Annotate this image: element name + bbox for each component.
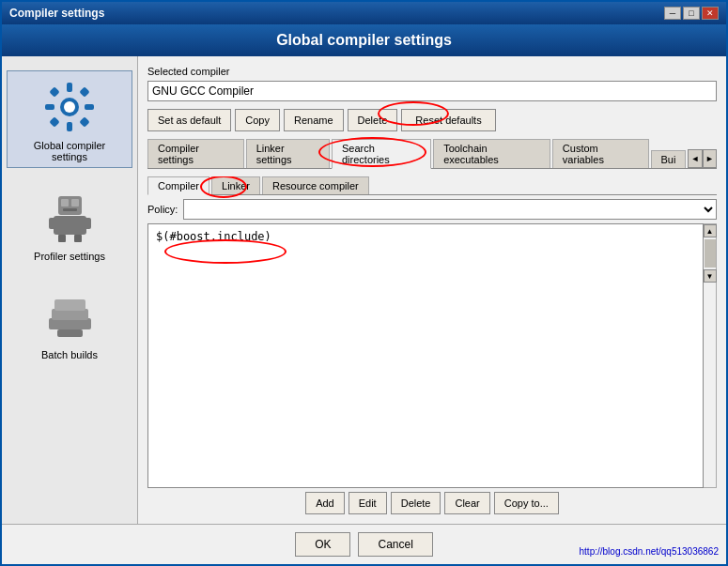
sidebar-label-batch-builds: Batch builds (41, 349, 98, 360)
compiler-dropdown[interactable]: GNU GCC Compiler (147, 81, 717, 101)
batch-icon (39, 285, 101, 346)
svg-rect-22 (57, 329, 83, 337)
tab-custom-variables[interactable]: Custom variables (552, 139, 649, 168)
policy-row: Policy: (147, 199, 717, 220)
main-header: Global compiler settings (2, 24, 726, 56)
scroll-up-button[interactable]: ▲ (704, 224, 717, 237)
paths-container: $(#boost.include) ▲ ▼ (147, 223, 717, 488)
sidebar-item-global-compiler[interactable]: Global compilersettings (7, 70, 132, 168)
reset-defaults-button[interactable]: Reset defaults (401, 109, 495, 131)
compiler-settings-window: Compiler settings ─ □ ✕ Global compiler … (0, 0, 728, 566)
inner-tab-resource-compiler[interactable]: Resource compiler (262, 176, 369, 194)
footer: OK Cancel http://blog.csdn.net/qq5130368… (2, 524, 726, 564)
tab-compiler-settings[interactable]: Compiler settings (147, 139, 244, 168)
tab-bui[interactable]: Bui (651, 150, 687, 168)
svg-rect-13 (63, 208, 77, 211)
svg-rect-12 (71, 199, 79, 207)
svg-rect-9 (79, 116, 89, 127)
paths-list[interactable]: $(#boost.include) (147, 223, 704, 488)
svg-point-1 (64, 101, 75, 113)
svg-rect-3 (67, 122, 72, 131)
title-bar: Compiler settings ─ □ ✕ (2, 2, 726, 24)
svg-rect-7 (79, 86, 89, 97)
scroll-down-button[interactable]: ▼ (704, 269, 717, 283)
set-as-default-button[interactable]: Set as default (147, 109, 231, 131)
edit-button[interactable]: Edit (349, 492, 387, 514)
clear-button[interactable]: Clear (444, 492, 489, 514)
delete-button[interactable]: Delete (348, 109, 398, 131)
scroll-thumb[interactable] (705, 239, 716, 268)
ok-button[interactable]: OK (295, 532, 350, 557)
sidebar-item-profiler[interactable]: Profiler settings (7, 182, 132, 267)
svg-rect-18 (74, 235, 82, 242)
tab-linker-settings[interactable]: Linker settings (246, 139, 330, 168)
svg-rect-6 (49, 86, 59, 97)
cancel-button[interactable]: Cancel (358, 532, 432, 557)
inner-tab-compiler[interactable]: Compiler (147, 176, 209, 195)
tab-search-directories[interactable]: Search directories (332, 139, 431, 169)
toolbar-buttons: Set as default Copy Rename Delete Reset … (147, 109, 717, 131)
minimize-button[interactable]: ─ (664, 7, 681, 20)
panel-content: Compiler Linker Resource compiler Po (147, 176, 717, 514)
title-controls: ─ □ ✕ (664, 7, 719, 20)
svg-rect-17 (58, 235, 66, 242)
svg-rect-21 (54, 299, 85, 311)
inner-tab-linker[interactable]: Linker (211, 176, 260, 194)
copy-to-button[interactable]: Copy to... (494, 492, 559, 514)
policy-label: Policy: (147, 204, 178, 215)
path-item: $(#boost.include) (152, 228, 699, 245)
compiler-select-label: Selected compiler (147, 66, 717, 77)
svg-rect-15 (49, 218, 56, 229)
copy-button[interactable]: Copy (235, 109, 280, 131)
tab-toolchain[interactable]: Toolchain executables (433, 139, 550, 168)
svg-rect-16 (84, 218, 91, 229)
svg-rect-11 (61, 199, 69, 207)
svg-rect-2 (67, 83, 72, 92)
gear-icon (39, 76, 101, 137)
compiler-select-area: Selected compiler GNU GCC Compiler (147, 66, 717, 101)
svg-rect-4 (45, 104, 54, 110)
profiler-icon (39, 187, 101, 248)
outer-tabs: Compiler settings Linker settings Search… (147, 139, 717, 169)
svg-rect-5 (85, 104, 94, 110)
tab-scroll-left[interactable]: ◄ (688, 149, 702, 168)
outer-tabs-container: Compiler settings Linker settings Search… (147, 139, 717, 169)
sidebar-item-batch-builds[interactable]: Batch builds (7, 281, 132, 365)
svg-rect-14 (54, 216, 86, 235)
svg-rect-8 (49, 116, 59, 127)
watermark: http://blog.csdn.net/qq513036862 (580, 546, 719, 557)
delete-path-button[interactable]: Delete (391, 492, 441, 514)
tab-scroll-right[interactable]: ► (703, 149, 717, 168)
sidebar: Global compilersettings (2, 56, 138, 524)
policy-select[interactable] (183, 199, 717, 220)
main-panel: Selected compiler GNU GCC Compiler Set a… (138, 56, 726, 524)
maximize-button[interactable]: □ (683, 7, 700, 20)
compiler-select-row: GNU GCC Compiler (147, 81, 717, 101)
rename-button[interactable]: Rename (284, 109, 344, 131)
sidebar-label-profiler: Profiler settings (34, 251, 105, 262)
inner-tabs: Compiler Linker Resource compiler (147, 176, 717, 195)
close-button[interactable]: ✕ (702, 7, 719, 20)
sidebar-label-global-compiler: Global compilersettings (34, 140, 105, 162)
scrollbar: ▲ ▼ (704, 223, 717, 488)
content-area: Global compilersettings (2, 56, 726, 524)
add-button[interactable]: Add (305, 492, 345, 514)
window-title: Compiler settings (9, 7, 104, 20)
main-title: Global compiler settings (276, 32, 452, 48)
inner-tabs-container: Compiler Linker Resource compiler (147, 176, 717, 199)
bottom-action-buttons: Add Edit Delete Clear Copy to... (147, 492, 717, 514)
